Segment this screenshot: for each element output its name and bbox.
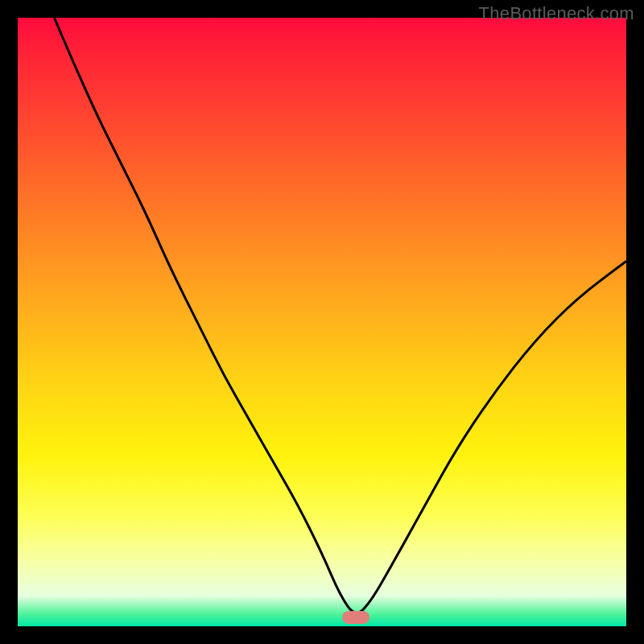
watermark-text: TheBottleneck.com	[479, 3, 634, 24]
bottleneck-curve-path	[54, 18, 626, 613]
bottleneck-curve-svg	[18, 18, 626, 626]
optimal-point-marker	[342, 611, 369, 624]
plot-area	[18, 18, 626, 626]
chart-frame: TheBottleneck.com	[0, 0, 644, 644]
